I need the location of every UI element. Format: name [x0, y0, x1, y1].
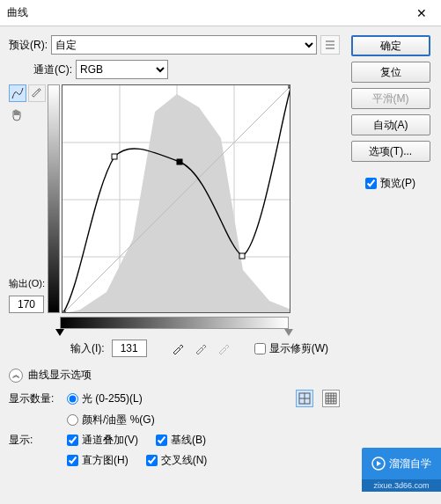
- show-clipping-checkbox[interactable]: 显示修剪(W): [254, 341, 328, 356]
- auto-button[interactable]: 自动(A): [351, 114, 430, 135]
- curves-graph[interactable]: [62, 84, 290, 313]
- amount-label: 显示数量:: [9, 391, 58, 406]
- histogram-checkbox[interactable]: 直方图(H): [67, 453, 129, 468]
- watermark-url: zixue.3d66.com: [362, 479, 441, 492]
- window-title: 曲线: [7, 5, 401, 20]
- show-clipping-label: 显示修剪(W): [269, 341, 328, 356]
- svg-rect-7: [62, 311, 65, 313]
- display-options-title: 曲线显示选项: [28, 368, 92, 383]
- preview-checkbox[interactable]: 预览(P): [365, 176, 415, 191]
- svg-rect-11: [289, 85, 290, 88]
- svg-rect-10: [239, 253, 245, 259]
- preset-label: 预设(R):: [9, 38, 48, 53]
- intersection-checkbox[interactable]: 交叉线(N): [146, 453, 208, 468]
- input-label: 输入(I):: [70, 341, 105, 356]
- collapse-toggle-icon[interactable]: ︽: [9, 369, 23, 383]
- white-point-slider[interactable]: [284, 329, 293, 336]
- horizontal-gradient: [60, 317, 289, 329]
- output-label: 输出(O):: [9, 277, 46, 290]
- svg-rect-9: [177, 159, 182, 164]
- slider-triangles[interactable]: [60, 329, 289, 338]
- preset-select[interactable]: 自定: [51, 35, 317, 55]
- hand-tool-icon[interactable]: [9, 107, 25, 123]
- close-button[interactable]: ✕: [401, 0, 441, 26]
- ok-button[interactable]: 确定: [351, 35, 430, 56]
- watermark-badge: 溜溜自学: [362, 448, 441, 479]
- curve-tool-icon[interactable]: [9, 84, 26, 102]
- grid-detailed-icon[interactable]: [322, 390, 340, 407]
- channel-overlay-checkbox[interactable]: 通道叠加(V): [67, 433, 138, 448]
- pencil-tool-icon[interactable]: [28, 84, 46, 102]
- baseline-checkbox[interactable]: 基线(B): [156, 433, 206, 448]
- preset-menu-icon[interactable]: [320, 35, 340, 55]
- vertical-gradient: [48, 84, 60, 313]
- show-label: 显示:: [9, 433, 58, 448]
- eyedropper-white-icon[interactable]: [216, 340, 232, 356]
- options-button[interactable]: 选项(T)...: [351, 141, 430, 162]
- svg-rect-8: [112, 154, 117, 159]
- output-input[interactable]: [9, 296, 44, 313]
- input-input[interactable]: [112, 340, 147, 357]
- channel-label: 通道(C):: [33, 62, 72, 77]
- black-point-slider[interactable]: [55, 329, 64, 336]
- eyedropper-gray-icon[interactable]: [193, 340, 209, 356]
- titlebar: 曲线 ✕: [0, 0, 441, 26]
- light-radio[interactable]: 光 (0-255)(L): [67, 391, 143, 406]
- reset-button[interactable]: 复位: [351, 62, 430, 83]
- eyedropper-black-icon[interactable]: [170, 340, 186, 356]
- grid-simple-icon[interactable]: [296, 390, 313, 407]
- pigment-radio[interactable]: 颜料/油墨 %(G): [67, 413, 155, 427]
- channel-select[interactable]: RGB: [76, 60, 168, 79]
- smooth-button: 平滑(M): [351, 88, 430, 109]
